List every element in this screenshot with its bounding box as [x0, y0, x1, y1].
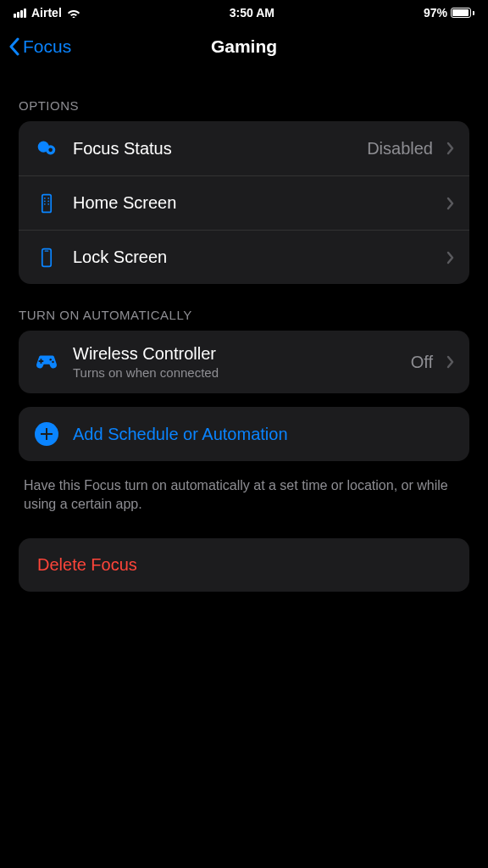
focus-status-row[interactable]: Focus Status Disabled — [19, 121, 469, 175]
svg-point-15 — [52, 361, 53, 363]
home-screen-label: Home Screen — [73, 193, 433, 213]
wireless-controller-card: Wireless Controller Turns on when connec… — [19, 331, 469, 393]
clock-label: 3:50 AM — [230, 6, 274, 19]
home-screen-row[interactable]: Home Screen — [19, 175, 469, 230]
signal-icon — [14, 8, 26, 18]
svg-point-14 — [49, 359, 51, 360]
back-label: Focus — [23, 36, 71, 57]
svg-point-9 — [47, 203, 49, 205]
add-schedule-button[interactable]: Add Schedule or Automation — [19, 407, 469, 461]
svg-rect-13 — [39, 360, 44, 362]
svg-point-4 — [44, 198, 46, 199]
chevron-right-icon — [446, 355, 454, 369]
svg-rect-3 — [42, 194, 51, 212]
wireless-controller-row[interactable]: Wireless Controller Turns on when connec… — [19, 331, 469, 393]
auto-footer-text: Have this Focus turn on automatically at… — [0, 461, 488, 515]
lock-screen-row[interactable]: Lock Screen — [19, 230, 469, 284]
svg-point-5 — [47, 198, 49, 199]
chevron-left-icon — [8, 37, 19, 56]
lock-screen-icon — [34, 245, 59, 270]
wireless-controller-subtitle: Turns on when connected — [73, 365, 397, 380]
battery-percent: 97% — [424, 6, 447, 19]
status-bar: Airtel 3:50 AM 97% — [0, 0, 488, 25]
auto-header: TURN ON AUTOMATICALLY — [0, 284, 488, 331]
status-right: 97% — [424, 6, 474, 19]
chevron-right-icon — [446, 197, 454, 210]
focus-status-label: Focus Status — [73, 139, 353, 159]
add-schedule-label: Add Schedule or Automation — [73, 425, 454, 444]
status-left: Airtel — [14, 6, 80, 19]
svg-point-7 — [47, 200, 49, 202]
wifi-icon — [67, 8, 80, 18]
carrier-label: Airtel — [31, 6, 62, 19]
chevron-right-icon — [446, 251, 454, 264]
delete-card: Delete Focus — [19, 538, 469, 592]
nav-bar: Focus Gaming — [0, 25, 488, 68]
wireless-controller-text: Wireless Controller Turns on when connec… — [73, 344, 397, 380]
wireless-controller-value: Off — [411, 353, 433, 372]
battery-icon — [451, 8, 474, 18]
svg-point-8 — [44, 203, 46, 205]
wireless-controller-label: Wireless Controller — [73, 344, 397, 364]
chevron-right-icon — [446, 142, 454, 155]
focus-status-value: Disabled — [367, 139, 433, 159]
delete-focus-button[interactable]: Delete Focus — [19, 538, 469, 592]
svg-point-6 — [44, 200, 46, 202]
options-header: OPTIONS — [0, 68, 488, 121]
add-automation-card: Add Schedule or Automation — [19, 407, 469, 461]
back-button[interactable]: Focus — [8, 36, 71, 57]
svg-point-2 — [48, 148, 53, 153]
home-screen-icon — [34, 191, 59, 216]
page-title: Gaming — [211, 36, 277, 57]
focus-status-icon — [34, 136, 59, 161]
delete-focus-label: Delete Focus — [37, 555, 137, 574]
lock-screen-label: Lock Screen — [73, 248, 433, 267]
plus-circle-icon — [34, 421, 59, 447]
game-controller-icon — [34, 349, 59, 375]
options-card: Focus Status Disabled Home Screen Lock S… — [19, 121, 469, 284]
